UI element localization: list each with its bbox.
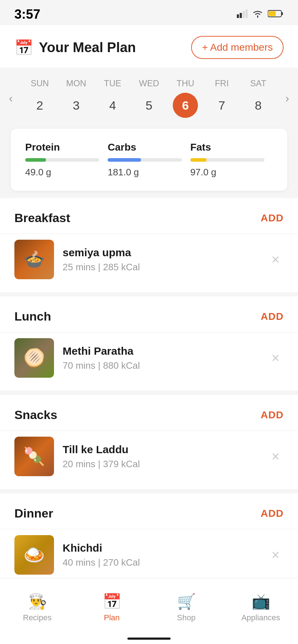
- day-number: 4: [100, 93, 125, 118]
- svg-rect-3: [245, 9, 248, 18]
- calendar-day-2[interactable]: SUN 2: [27, 78, 53, 118]
- meal-plan-content: Breakfast ADD 🍲 semiya upma 25 mins | 28…: [0, 198, 298, 644]
- calendar-next-button[interactable]: ›: [276, 92, 298, 105]
- meal-header-breakfast: Breakfast ADD: [0, 198, 298, 234]
- calendar-day-7[interactable]: FRI 7: [209, 78, 234, 118]
- meal-meta-breakfast: 25 mins | 285 kCal: [63, 262, 259, 273]
- nutrition-row: Protein 49.0 g Carbs 181.0 g Fats 97.0 g: [25, 142, 273, 178]
- protein-value: 49.0 g: [25, 167, 108, 178]
- wifi-icon: [252, 9, 263, 19]
- calendar-section: ‹ SUN 2 MON 3 TUE 4 WED 5 THU 6 FRI 7 SA…: [0, 68, 298, 121]
- nav-label-appliances: Appliances: [241, 613, 280, 622]
- nav-label-plan: Plan: [104, 613, 119, 622]
- day-number: 7: [209, 93, 234, 118]
- nav-item-appliances[interactable]: 📺 Appliances: [224, 593, 298, 622]
- meal-add-button-dinner[interactable]: ADD: [261, 508, 284, 519]
- meal-image-dinner: 🍛: [14, 535, 54, 575]
- fats-bar-track: [190, 158, 265, 162]
- calendar-prev-button[interactable]: ‹: [0, 92, 22, 105]
- page-title: Your Meal Plan: [39, 40, 136, 55]
- nav-item-shop[interactable]: 🛒 Shop: [149, 593, 224, 622]
- day-name: SUN: [31, 78, 49, 88]
- carbs-value: 181.0 g: [108, 167, 190, 178]
- meal-info-snacks: Till ke Laddu 20 mins | 379 kCal: [63, 443, 259, 470]
- protein-label: Protein: [25, 142, 108, 153]
- meal-name-snacks: Till ke Laddu: [63, 443, 259, 456]
- svg-rect-6: [268, 11, 276, 16]
- meal-name-lunch: Methi Paratha: [63, 345, 259, 357]
- add-members-button[interactable]: + Add members: [191, 36, 284, 59]
- day-name: SAT: [250, 78, 266, 88]
- day-name: THU: [176, 78, 194, 88]
- calendar-day-6[interactable]: THU 6: [173, 78, 198, 118]
- meal-meta-snacks: 20 mins | 379 kCal: [63, 459, 259, 470]
- bottom-nav-items: 👨‍🍳 Recipes 📅 Plan 🛒 Shop 📺 Appliances: [0, 585, 298, 633]
- meal-add-button-snacks[interactable]: ADD: [261, 409, 284, 421]
- calendar-day-3[interactable]: MON 3: [64, 78, 89, 118]
- meal-title-dinner: Dinner: [14, 506, 53, 520]
- home-indicator: [127, 638, 171, 640]
- calendar-day-8[interactable]: SAT 8: [245, 78, 271, 118]
- meal-title-breakfast: Breakfast: [14, 211, 70, 225]
- food-emoji-lunch: 🫓: [14, 338, 54, 378]
- day-name: WED: [139, 78, 159, 88]
- nutrition-card: Protein 49.0 g Carbs 181.0 g Fats 97.0 g: [11, 129, 287, 191]
- svg-rect-1: [240, 13, 242, 18]
- day-name: MON: [66, 78, 86, 88]
- signal-icon: [237, 9, 248, 19]
- meal-name-dinner: Khichdi: [63, 542, 259, 554]
- meal-image-breakfast: 🍲: [14, 240, 54, 279]
- meal-item-lunch: 🫓 Methi Paratha 70 mins | 880 kCal ✕: [0, 332, 298, 391]
- calendar-day-4[interactable]: TUE 4: [100, 78, 125, 118]
- protein-bar-track: [25, 158, 99, 162]
- calendar-icon: 📅: [14, 39, 33, 56]
- nav-icon-shop: 🛒: [177, 593, 196, 610]
- nav-label-recipes: Recipes: [23, 613, 51, 622]
- meals-container: Breakfast ADD 🍲 semiya upma 25 mins | 28…: [0, 198, 298, 588]
- meal-image-snacks: 🍡: [14, 437, 54, 476]
- battery-icon: [268, 9, 284, 19]
- day-number: 3: [64, 93, 89, 118]
- day-number: 5: [136, 93, 162, 118]
- nav-item-recipes[interactable]: 👨‍🍳 Recipes: [0, 593, 74, 622]
- meal-info-breakfast: semiya upma 25 mins | 285 kCal: [63, 247, 259, 273]
- meal-title-snacks: Snacks: [14, 408, 57, 422]
- meal-header-dinner: Dinner ADD: [0, 493, 298, 529]
- nav-icon-recipes: 👨‍🍳: [28, 593, 47, 610]
- meal-remove-button-breakfast[interactable]: ✕: [267, 250, 284, 270]
- meal-item-breakfast: 🍲 semiya upma 25 mins | 285 kCal ✕: [0, 234, 298, 292]
- meal-meta-dinner: 40 mins | 270 kCal: [63, 557, 259, 568]
- nav-icon-plan: 📅: [103, 593, 121, 610]
- meal-section-lunch: Lunch ADD 🫓 Methi Paratha 70 mins | 880 …: [0, 296, 298, 391]
- meal-add-button-breakfast[interactable]: ADD: [261, 212, 284, 224]
- meal-info-dinner: Khichdi 40 mins | 270 kCal: [63, 542, 259, 568]
- status-bar: 3:57: [0, 0, 298, 25]
- food-emoji-breakfast: 🍲: [14, 240, 54, 279]
- carbs-label: Carbs: [108, 142, 190, 153]
- nav-label-shop: Shop: [177, 613, 195, 622]
- food-emoji-snacks: 🍡: [14, 437, 54, 476]
- day-number: 6: [173, 93, 198, 118]
- fats-value: 97.0 g: [190, 167, 273, 178]
- nav-item-plan[interactable]: 📅 Plan: [74, 593, 149, 622]
- nutrition-carbs: Carbs 181.0 g: [108, 142, 190, 178]
- meal-section-breakfast: Breakfast ADD 🍲 semiya upma 25 mins | 28…: [0, 198, 298, 292]
- calendar-day-5[interactable]: WED 5: [136, 78, 162, 118]
- meal-header-lunch: Lunch ADD: [0, 296, 298, 332]
- meal-add-button-lunch[interactable]: ADD: [261, 311, 284, 322]
- svg-rect-5: [281, 12, 283, 15]
- page-header: 📅 Your Meal Plan + Add members: [0, 25, 298, 68]
- meal-name-breakfast: semiya upma: [63, 247, 259, 259]
- carbs-bar-track: [108, 158, 182, 162]
- meal-remove-button-lunch[interactable]: ✕: [267, 348, 284, 368]
- meal-section-dinner: Dinner ADD 🍛 Khichdi 40 mins | 270 kCal …: [0, 493, 298, 588]
- bottom-nav: 👨‍🍳 Recipes 📅 Plan 🛒 Shop 📺 Appliances: [0, 578, 298, 644]
- meal-section-snacks: Snacks ADD 🍡 Till ke Laddu 20 mins | 379…: [0, 395, 298, 489]
- svg-rect-2: [243, 11, 245, 18]
- meal-info-lunch: Methi Paratha 70 mins | 880 kCal: [63, 345, 259, 371]
- calendar-nav: ‹ SUN 2 MON 3 TUE 4 WED 5 THU 6 FRI 7 SA…: [0, 68, 298, 121]
- meal-remove-button-snacks[interactable]: ✕: [267, 447, 284, 466]
- meal-image-lunch: 🫓: [14, 338, 54, 378]
- day-name: FRI: [215, 78, 229, 88]
- meal-remove-button-dinner[interactable]: ✕: [267, 545, 284, 565]
